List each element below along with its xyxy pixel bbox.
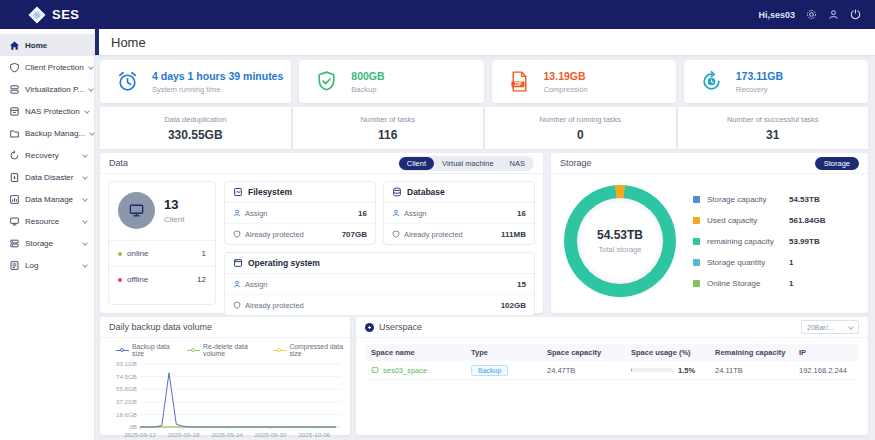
summary-value: 330.55GB [168,128,223,142]
chart-panel-header: Daily backup data volume [100,317,350,338]
storage-panel-body: 54.53TB Total storage Storage capacity 5… [551,174,868,308]
space-disk-icon [371,366,379,374]
usage-cell: 1.5% [631,366,715,375]
storage-legend-swatch [693,259,700,266]
protected-value: 102GB [501,301,526,310]
sidebar-item-label: Storage [25,239,53,248]
sidebar-item-label: Virtualization P... [25,85,84,94]
section-title-row: Filesystem [225,182,375,203]
tab-virtual-machine[interactable]: Virtual machine [434,157,502,170]
protected-shield-icon [392,230,400,238]
monitor-icon [9,216,20,227]
client-card: 13 Client online 1 offline 12 [108,181,216,305]
chevron-down-icon [848,324,854,330]
protected-row: Already protected 707GB [225,224,375,244]
sidebar-item-label: NAS Protection [25,107,80,116]
logout-icon[interactable] [850,9,861,20]
data-panel-body: 13 Client online 1 offline 12 [100,174,543,323]
protected-shield-icon [233,230,241,238]
sidebar-item-client-protection[interactable]: Client Protection [0,56,94,78]
sidebar-item-virtualization[interactable]: Virtualization P... [0,78,94,100]
database-icon [392,187,402,197]
diamond-logo-icon [28,6,46,24]
sidebar-item-data-manage[interactable]: Data Manage [0,188,94,210]
sidebar-item-nas-protection[interactable]: NAS Protection [0,100,94,122]
storage-legend-label: Online Storage [707,279,789,288]
type-cell: Backup [471,365,547,376]
svg-text:0B: 0B [129,423,137,430]
page-size-select[interactable]: 20Bar/... [801,320,859,334]
usage-bar [631,368,673,372]
chart-legend: Backup data size Re-delete data volume C… [100,338,350,358]
sidebar-item-label: Log [25,261,38,270]
protected-label: Already protected [404,230,463,239]
table-row: ses03_space Backup 24.47TB 1.5% 24.11TB … [365,361,859,380]
client-card-top: 13 Client [109,182,215,240]
storage-legend-row: Used capacity 561.84GB [693,210,855,231]
sidebar-item-label: Client Protection [25,63,84,72]
assign-label: Assign [245,280,268,289]
app-window: SES Hi,ses03 Home [0,0,875,440]
storage-panel-title: Storage [560,158,592,168]
ip-cell: 192.168.2.244 [799,366,853,375]
protected-row: Already protected 102GB [225,295,534,315]
storage-legend-row: Storage quantity 1 [693,252,855,273]
storage-legend-swatch [693,196,700,203]
summary-row: Data deduplication 330.55GB Number of ta… [100,107,868,149]
data-panel: Data Client Virtual machine NAS 13 Clien… [100,153,543,313]
chart-panel-title: Daily backup data volume [109,322,212,332]
offline-value: 12 [197,275,206,284]
assign-row: Assign 16 [225,203,375,224]
svg-text:93.1GB: 93.1GB [116,360,137,367]
client-count: 13 [164,197,184,212]
tab-nas[interactable]: NAS [502,157,533,170]
storage-donut-ring: 54.53TB Total storage [564,185,676,297]
logo[interactable]: SES [28,6,80,24]
remaining-cell: 24.11TB [715,366,799,375]
sidebar-item-label: Resource [25,217,59,226]
daily-backup-chart-svg: 93.1GB74.5GB55.8GB37.2GB18.6GB0B2025-09-… [108,358,342,440]
sidebar-item-label: Home [25,41,47,50]
sidebar-item-home[interactable]: Home [0,34,94,56]
svg-text:2025-09-24: 2025-09-24 [211,431,243,438]
chart-legend-item[interactable]: Backup data size [116,343,178,357]
legend-marker-icon [116,347,129,354]
stat-card-compression: ZIP 13.19GB Compression [492,60,676,103]
restore-icon [9,150,20,161]
sidebar-item-data-disaster[interactable]: Data Disaster [0,166,94,188]
chart-legend-item[interactable]: Re-delete data volume [187,343,264,357]
type-badge: Backup [471,365,508,376]
sidebar-item-storage[interactable]: Storage [0,232,94,254]
settings-icon[interactable] [806,9,817,20]
sidebar-item-log[interactable]: Log [0,254,94,276]
svg-text:2025-09-30: 2025-09-30 [255,431,287,438]
column-type: Type [471,348,547,357]
summary-cell-tasks: Number of tasks 116 [293,107,484,149]
space-name-cell[interactable]: ses03_space [371,366,471,375]
storage-legend-row: Storage capacity 54.53TB [693,189,855,210]
sidebar-item-resource[interactable]: Resource [0,210,94,232]
storage-legend-value: 1 [789,258,855,267]
stat-card-value: 173.11GB [736,70,783,82]
client-online-row: online 1 [109,240,215,266]
user-icon[interactable] [828,9,839,20]
svg-text:2025-10-06: 2025-10-06 [298,431,330,438]
svg-text:18.6GB: 18.6GB [116,411,137,418]
summary-label: Number of successful tasks [727,115,819,124]
storage-legend-swatch [693,280,700,287]
column-space-usage: Space usage (%) [631,348,715,357]
assign-label: Assign [245,209,268,218]
assign-value: 15 [517,280,526,289]
storage-badge[interactable]: Storage [815,157,859,170]
stat-card-running-time: 4 days 1 hours 39 minutes System running… [100,60,291,103]
protected-value: 707GB [342,230,367,239]
sidebar-item-recovery[interactable]: Recovery [0,144,94,166]
topbar: SES Hi,ses03 [0,0,875,29]
topbar-right: Hi,ses03 [758,9,861,20]
chart-legend-item[interactable]: Compressed data size [273,343,350,357]
sidebar-item-backup-manage[interactable]: Backup Manag... [0,122,94,144]
storage-legend-label: Used capacity [707,216,789,225]
space-name: ses03_space [383,366,427,375]
tab-client[interactable]: Client [399,157,434,170]
assign-row: Assign 16 [384,203,534,224]
